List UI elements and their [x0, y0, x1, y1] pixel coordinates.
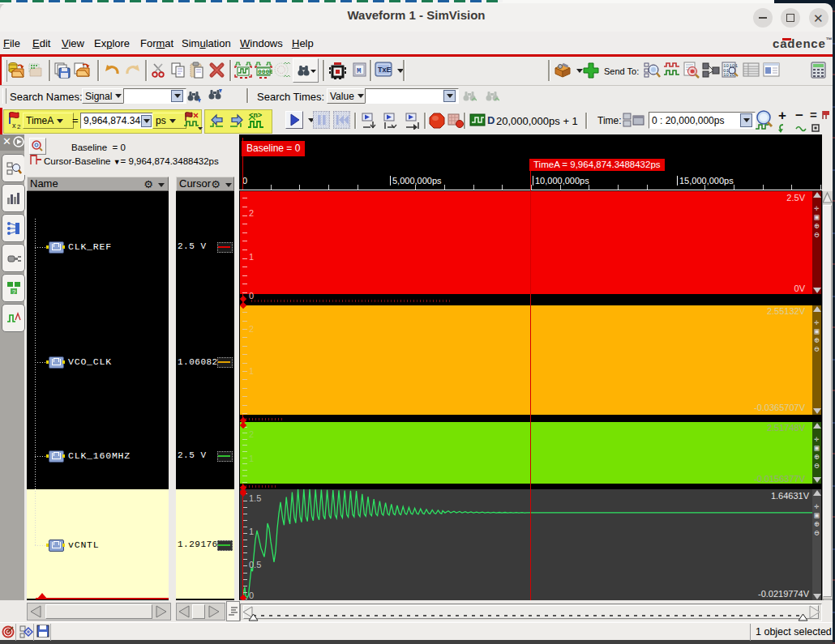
svg-text:M: M [357, 67, 361, 75]
svg-text:<n>: <n> [249, 112, 262, 120]
svg-text:0000: 0000 [258, 68, 272, 75]
svg-text:x: x [12, 122, 16, 130]
svg-text:TxE: TxE [378, 66, 392, 74]
svg-text:2: 2 [17, 123, 21, 130]
svg-text:?: ? [12, 288, 16, 296]
